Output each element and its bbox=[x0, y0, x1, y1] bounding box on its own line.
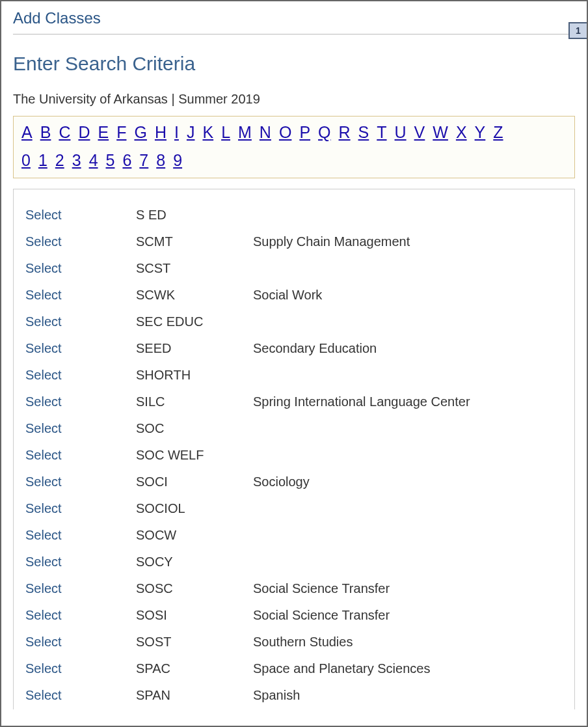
alpha-filter-r[interactable]: R bbox=[339, 123, 351, 142]
select-link[interactable]: Select bbox=[25, 394, 136, 409]
subject-description: Spanish bbox=[253, 688, 574, 703]
subject-code: SOCW bbox=[136, 528, 253, 543]
result-row: SelectSOC WELF bbox=[14, 443, 574, 469]
subject-description: Southern Studies bbox=[253, 635, 574, 650]
alpha-filter-k[interactable]: K bbox=[202, 123, 213, 142]
context-line: The University of Arkansas | Summer 2019 bbox=[13, 92, 575, 107]
title-divider bbox=[13, 34, 575, 34]
alpha-filter-y[interactable]: Y bbox=[475, 123, 486, 142]
page-title: Add Classes bbox=[13, 9, 575, 30]
subject-description: Sociology bbox=[253, 474, 574, 489]
alpha-filter-u[interactable]: U bbox=[395, 123, 407, 142]
result-row: SelectSOSCSocial Science Transfer bbox=[14, 576, 574, 603]
alpha-filter-q[interactable]: Q bbox=[318, 123, 330, 142]
subject-code: SPAC bbox=[136, 661, 253, 676]
subject-description: Spring International Language Center bbox=[253, 394, 574, 409]
select-link[interactable]: Select bbox=[25, 314, 136, 329]
alpha-filter-z[interactable]: Z bbox=[493, 123, 503, 142]
subject-code: SOC bbox=[136, 421, 253, 436]
subject-code: SOST bbox=[136, 635, 253, 650]
result-row: SelectSPACSpace and Planetary Sciences bbox=[14, 656, 574, 683]
alpha-filter-t[interactable]: T bbox=[377, 123, 386, 142]
alpha-filter-c[interactable]: C bbox=[59, 123, 70, 142]
alpha-filter-1[interactable]: 1 bbox=[38, 151, 47, 170]
subject-code: SCST bbox=[136, 261, 253, 276]
select-link[interactable]: Select bbox=[25, 528, 136, 543]
select-link[interactable]: Select bbox=[25, 555, 136, 569]
alpha-filter-l[interactable]: L bbox=[221, 123, 230, 142]
subject-code: SHORTH bbox=[136, 368, 253, 383]
alpha-filter-b[interactable]: B bbox=[40, 123, 51, 142]
subject-code: SOC WELF bbox=[136, 448, 253, 463]
alpha-filter-0[interactable]: 0 bbox=[21, 151, 31, 170]
alphabet-digits-row: 0123456789 bbox=[18, 151, 570, 170]
alpha-filter-7[interactable]: 7 bbox=[139, 151, 148, 170]
subject-code: SEC EDUC bbox=[136, 314, 253, 329]
select-link[interactable]: Select bbox=[25, 635, 136, 650]
alpha-filter-8[interactable]: 8 bbox=[156, 151, 165, 170]
result-row: SelectSHORTH bbox=[14, 363, 574, 389]
select-link[interactable]: Select bbox=[25, 501, 136, 516]
select-link[interactable]: Select bbox=[25, 661, 136, 676]
alpha-filter-v[interactable]: V bbox=[414, 123, 425, 142]
select-link[interactable]: Select bbox=[25, 608, 136, 623]
alpha-filter-5[interactable]: 5 bbox=[106, 151, 115, 170]
result-row: SelectSCST bbox=[14, 256, 574, 282]
alpha-filter-4[interactable]: 4 bbox=[89, 151, 98, 170]
subject-description: Supply Chain Management bbox=[253, 234, 574, 249]
subject-description: Social Science Transfer bbox=[253, 581, 574, 596]
step-badge: 1 bbox=[568, 22, 588, 39]
select-link[interactable]: Select bbox=[25, 581, 136, 596]
select-link[interactable]: Select bbox=[25, 208, 136, 223]
alpha-filter-s[interactable]: S bbox=[358, 123, 369, 142]
subject-code: SOCIOL bbox=[136, 501, 253, 516]
subject-code: SILC bbox=[136, 394, 253, 409]
alpha-filter-e[interactable]: E bbox=[98, 123, 109, 142]
subject-code: SOSI bbox=[136, 608, 253, 623]
result-row: SelectSCMTSupply Chain Management bbox=[14, 229, 574, 256]
alpha-filter-3[interactable]: 3 bbox=[72, 151, 81, 170]
alpha-filter-o[interactable]: O bbox=[279, 123, 291, 142]
select-link[interactable]: Select bbox=[25, 474, 136, 489]
result-row: SelectSEEDSecondary Education bbox=[14, 336, 574, 363]
alpha-filter-j[interactable]: J bbox=[187, 123, 195, 142]
alpha-filter-i[interactable]: I bbox=[174, 123, 179, 142]
subject-description: Secondary Education bbox=[253, 341, 574, 356]
select-link[interactable]: Select bbox=[25, 288, 136, 303]
subject-code: S ED bbox=[136, 208, 253, 223]
select-link[interactable]: Select bbox=[25, 261, 136, 276]
alpha-filter-a[interactable]: A bbox=[21, 123, 33, 142]
alpha-filter-f[interactable]: F bbox=[116, 123, 126, 142]
alpha-filter-h[interactable]: H bbox=[155, 123, 167, 142]
results-list: SelectS EDSelectSCMTSupply Chain Managem… bbox=[13, 189, 575, 709]
subject-description: Social Science Transfer bbox=[253, 608, 574, 623]
alpha-filter-n[interactable]: N bbox=[260, 123, 271, 142]
result-row: SelectSOCY bbox=[14, 549, 574, 576]
alpha-filter-p[interactable]: P bbox=[299, 123, 310, 142]
alpha-filter-g[interactable]: G bbox=[134, 123, 146, 142]
select-link[interactable]: Select bbox=[25, 688, 136, 703]
select-link[interactable]: Select bbox=[25, 368, 136, 383]
alpha-filter-9[interactable]: 9 bbox=[173, 151, 182, 170]
result-row: SelectSOCISociology bbox=[14, 469, 574, 496]
result-row: SelectSCWKSocial Work bbox=[14, 282, 574, 309]
subject-code: SCWK bbox=[136, 288, 253, 303]
select-link[interactable]: Select bbox=[25, 341, 136, 356]
result-row: SelectSILCSpring International Language … bbox=[14, 389, 574, 416]
select-link[interactable]: Select bbox=[25, 448, 136, 463]
alpha-filter-2[interactable]: 2 bbox=[55, 151, 64, 170]
alphabet-filter-box: ABCDEFGHIJKLMNOPQRSTUVWXYZ 0123456789 bbox=[13, 116, 575, 178]
alpha-filter-m[interactable]: M bbox=[238, 123, 252, 142]
subject-code: SEED bbox=[136, 341, 253, 356]
subject-code: SPAN bbox=[136, 688, 253, 703]
app-frame: 1 Add Classes Enter Search Criteria The … bbox=[0, 0, 588, 727]
subject-code: SOCI bbox=[136, 474, 253, 489]
subject-code: SOCY bbox=[136, 555, 253, 569]
select-link[interactable]: Select bbox=[25, 421, 136, 436]
alpha-filter-6[interactable]: 6 bbox=[122, 151, 131, 170]
select-link[interactable]: Select bbox=[25, 234, 136, 249]
result-row: SelectS ED bbox=[14, 202, 574, 229]
alpha-filter-w[interactable]: W bbox=[433, 123, 448, 142]
alpha-filter-x[interactable]: X bbox=[456, 123, 467, 142]
alpha-filter-d[interactable]: D bbox=[78, 123, 90, 142]
